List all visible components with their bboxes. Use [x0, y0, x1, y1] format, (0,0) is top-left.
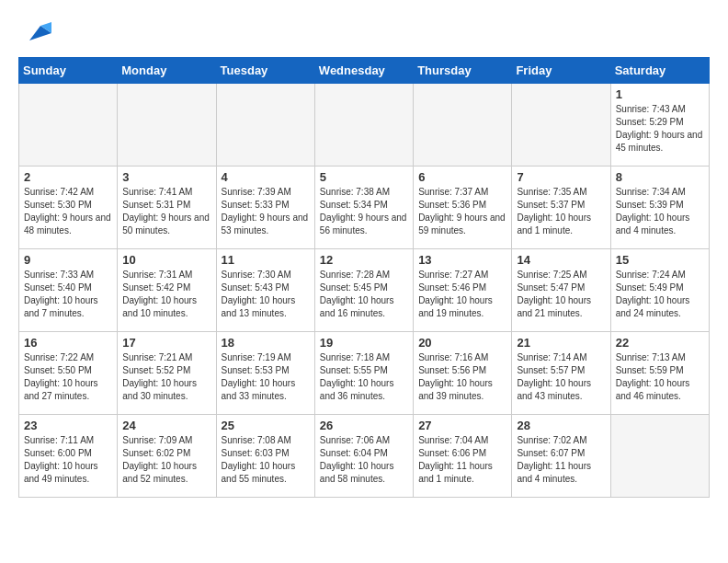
day-info: Sunrise: 7:22 AM Sunset: 5:50 PM Dayligh… [24, 351, 112, 403]
day-info: Sunrise: 7:35 AM Sunset: 5:37 PM Dayligh… [517, 186, 605, 237]
day-info: Sunrise: 7:19 AM Sunset: 5:53 PM Dayligh… [222, 351, 310, 403]
day-number: 25 [222, 419, 310, 432]
day-info: Sunrise: 7:38 AM Sunset: 5:34 PM Dayligh… [320, 186, 408, 237]
day-cell: 20Sunrise: 7:16 AM Sunset: 5:56 PM Dayli… [414, 332, 512, 415]
day-cell: 16Sunrise: 7:22 AM Sunset: 5:50 PM Dayli… [19, 332, 118, 415]
day-cell: 21Sunrise: 7:14 AM Sunset: 5:57 PM Dayli… [512, 332, 610, 415]
day-cell: 4Sunrise: 7:39 AM Sunset: 5:33 PM Daylig… [216, 167, 314, 249]
day-cell: 9Sunrise: 7:33 AM Sunset: 5:40 PM Daylig… [19, 249, 118, 332]
day-cell: 5Sunrise: 7:38 AM Sunset: 5:34 PM Daylig… [314, 167, 413, 249]
day-number: 28 [517, 419, 605, 432]
day-number: 3 [122, 170, 210, 184]
day-cell: 10Sunrise: 7:31 AM Sunset: 5:42 PM Dayli… [118, 249, 216, 332]
day-cell: 14Sunrise: 7:25 AM Sunset: 5:47 PM Dayli… [512, 249, 610, 332]
day-number: 10 [122, 253, 210, 267]
day-cell [19, 84, 118, 167]
day-number: 13 [418, 253, 506, 267]
day-cell: 11Sunrise: 7:30 AM Sunset: 5:43 PM Dayli… [216, 249, 314, 332]
day-info: Sunrise: 7:04 AM Sunset: 6:06 PM Dayligh… [418, 434, 506, 486]
day-number: 1 [616, 87, 704, 101]
day-cell [512, 84, 610, 167]
day-info: Sunrise: 7:30 AM Sunset: 5:43 PM Dayligh… [222, 269, 310, 320]
day-info: Sunrise: 7:08 AM Sunset: 6:03 PM Dayligh… [222, 434, 310, 486]
day-cell: 25Sunrise: 7:08 AM Sunset: 6:03 PM Dayli… [216, 415, 314, 498]
day-cell [414, 84, 512, 167]
day-number: 12 [320, 253, 408, 267]
day-info: Sunrise: 7:37 AM Sunset: 5:36 PM Dayligh… [418, 186, 506, 237]
day-cell [610, 415, 709, 498]
day-number: 26 [320, 419, 408, 432]
day-cell: 3Sunrise: 7:41 AM Sunset: 5:31 PM Daylig… [118, 167, 216, 249]
day-info: Sunrise: 7:43 AM Sunset: 5:29 PM Dayligh… [616, 103, 704, 155]
day-cell: 19Sunrise: 7:18 AM Sunset: 5:55 PM Dayli… [314, 332, 413, 415]
day-info: Sunrise: 7:41 AM Sunset: 5:31 PM Dayligh… [122, 186, 210, 237]
col-header-saturday: Saturday [610, 58, 709, 84]
day-info: Sunrise: 7:02 AM Sunset: 6:07 PM Dayligh… [517, 434, 605, 486]
day-info: Sunrise: 7:14 AM Sunset: 5:57 PM Dayligh… [517, 351, 605, 403]
day-number: 11 [222, 253, 310, 267]
day-number: 7 [517, 170, 605, 184]
day-info: Sunrise: 7:33 AM Sunset: 5:40 PM Dayligh… [24, 269, 112, 320]
day-info: Sunrise: 7:06 AM Sunset: 6:04 PM Dayligh… [320, 434, 408, 486]
day-number: 23 [24, 419, 112, 432]
header-row: SundayMondayTuesdayWednesdayThursdayFrid… [19, 58, 710, 84]
day-number: 16 [24, 336, 112, 350]
week-row-1: 1Sunrise: 7:43 AM Sunset: 5:29 PM Daylig… [19, 84, 710, 167]
day-number: 5 [320, 170, 408, 184]
day-cell: 15Sunrise: 7:24 AM Sunset: 5:49 PM Dayli… [610, 249, 709, 332]
day-cell: 1Sunrise: 7:43 AM Sunset: 5:29 PM Daylig… [610, 84, 709, 167]
day-cell: 6Sunrise: 7:37 AM Sunset: 5:36 PM Daylig… [414, 167, 512, 249]
day-cell: 18Sunrise: 7:19 AM Sunset: 5:53 PM Dayli… [216, 332, 314, 415]
day-cell: 2Sunrise: 7:42 AM Sunset: 5:30 PM Daylig… [19, 167, 118, 249]
day-number: 4 [222, 170, 310, 184]
logo-icon [22, 18, 51, 48]
week-row-4: 16Sunrise: 7:22 AM Sunset: 5:50 PM Dayli… [19, 332, 710, 415]
week-row-5: 23Sunrise: 7:11 AM Sunset: 6:00 PM Dayli… [19, 415, 710, 498]
day-info: Sunrise: 7:09 AM Sunset: 6:02 PM Dayligh… [122, 434, 210, 486]
day-info: Sunrise: 7:28 AM Sunset: 5:45 PM Dayligh… [320, 269, 408, 320]
day-number: 6 [418, 170, 506, 184]
day-cell: 17Sunrise: 7:21 AM Sunset: 5:52 PM Dayli… [118, 332, 216, 415]
day-number: 14 [517, 253, 605, 267]
col-header-friday: Friday [512, 58, 610, 84]
day-cell [118, 84, 216, 167]
day-number: 9 [24, 253, 112, 267]
day-number: 24 [122, 419, 210, 432]
col-header-wednesday: Wednesday [314, 58, 413, 84]
page-header [18, 18, 710, 48]
day-cell: 22Sunrise: 7:13 AM Sunset: 5:59 PM Dayli… [610, 332, 709, 415]
calendar-header: SundayMondayTuesdayWednesdayThursdayFrid… [19, 58, 710, 84]
calendar-table: SundayMondayTuesdayWednesdayThursdayFrid… [18, 57, 710, 498]
day-info: Sunrise: 7:25 AM Sunset: 5:47 PM Dayligh… [517, 269, 605, 320]
day-number: 8 [616, 170, 704, 184]
day-number: 2 [24, 170, 112, 184]
day-number: 19 [320, 336, 408, 350]
day-number: 22 [616, 336, 704, 350]
day-info: Sunrise: 7:42 AM Sunset: 5:30 PM Dayligh… [24, 186, 112, 237]
day-cell [314, 84, 413, 167]
day-info: Sunrise: 7:21 AM Sunset: 5:52 PM Dayligh… [122, 351, 210, 403]
week-row-3: 9Sunrise: 7:33 AM Sunset: 5:40 PM Daylig… [19, 249, 710, 332]
day-info: Sunrise: 7:39 AM Sunset: 5:33 PM Dayligh… [222, 186, 310, 237]
day-info: Sunrise: 7:31 AM Sunset: 5:42 PM Dayligh… [122, 269, 210, 320]
day-info: Sunrise: 7:13 AM Sunset: 5:59 PM Dayligh… [616, 351, 704, 403]
day-cell: 28Sunrise: 7:02 AM Sunset: 6:07 PM Dayli… [512, 415, 610, 498]
day-cell: 24Sunrise: 7:09 AM Sunset: 6:02 PM Dayli… [118, 415, 216, 498]
col-header-sunday: Sunday [19, 58, 118, 84]
day-number: 17 [122, 336, 210, 350]
day-cell: 8Sunrise: 7:34 AM Sunset: 5:39 PM Daylig… [610, 167, 709, 249]
day-number: 18 [222, 336, 310, 350]
day-cell [216, 84, 314, 167]
day-number: 15 [616, 253, 704, 267]
day-info: Sunrise: 7:34 AM Sunset: 5:39 PM Dayligh… [616, 186, 704, 237]
day-info: Sunrise: 7:27 AM Sunset: 5:46 PM Dayligh… [418, 269, 506, 320]
day-number: 21 [517, 336, 605, 350]
day-cell: 23Sunrise: 7:11 AM Sunset: 6:00 PM Dayli… [19, 415, 118, 498]
day-cell: 27Sunrise: 7:04 AM Sunset: 6:06 PM Dayli… [414, 415, 512, 498]
logo [18, 18, 51, 48]
day-info: Sunrise: 7:16 AM Sunset: 5:56 PM Dayligh… [418, 351, 506, 403]
calendar-body: 1Sunrise: 7:43 AM Sunset: 5:29 PM Daylig… [19, 84, 710, 498]
day-number: 27 [418, 419, 506, 432]
col-header-thursday: Thursday [414, 58, 512, 84]
day-info: Sunrise: 7:18 AM Sunset: 5:55 PM Dayligh… [320, 351, 408, 403]
